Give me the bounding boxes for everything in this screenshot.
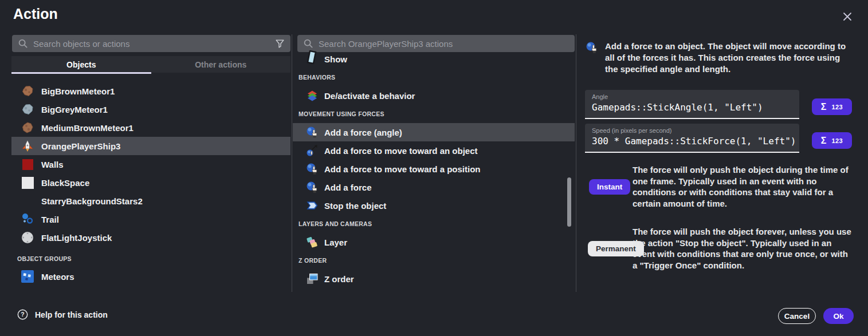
section-header-movement: MOVEMENT USING FORCES [293,105,575,123]
angle-expression-button[interactable]: Σ 123 [812,98,852,115]
force-toward-object-icon [305,144,319,157]
actions-scrollbar-thumb[interactable] [567,177,571,227]
ok-button[interactable]: Ok [823,308,854,324]
object-row-selected[interactable]: OrangePlayerShip3 [11,137,290,155]
panel-divider [576,34,576,292]
object-row[interactable]: Walls [11,155,290,173]
close-icon [842,11,853,22]
object-label: OrangePlayerShip3 [41,141,120,151]
action-row[interactable]: Z order [293,270,575,288]
actions-search-input[interactable] [319,39,569,49]
instant-button[interactable]: Instant [589,179,630,195]
speed-expression-button[interactable]: Σ 123 [812,132,852,149]
trail-dots-icon [21,212,34,226]
angle-field-value: Gamepads::StickAngle(1, "Left") [592,102,792,113]
object-label: BigGreyMeteor1 [41,105,108,114]
tab-other-actions-label: Other actions [195,60,246,69]
blank-icon [21,194,34,208]
grey-meteor-icon [21,102,34,116]
action-row[interactable]: De/activate a behavior [293,86,575,105]
object-row[interactable]: BigBrownMeteor1 [11,82,290,100]
section-header-layers: LAYERS AND CAMERAS [293,215,575,233]
joystick-icon [21,231,34,244]
force-icon [305,125,319,139]
white-square-icon [21,176,34,189]
action-label: Z order [324,274,354,284]
force-icon [586,41,598,54]
layer-icon [305,235,319,249]
action-label: Show [324,54,347,64]
speed-field-label: Speed (in pixels per second) [592,127,792,134]
speed-field[interactable]: Speed (in pixels per second) 300 * Gamep… [585,124,799,153]
close-button[interactable] [839,8,856,25]
svg-text:?: ? [21,311,24,318]
object-row[interactable]: BigGreyMeteor1 [11,100,290,118]
object-label: Trail [41,215,59,224]
object-label: BlackSpace [41,178,89,188]
behavior-icon [305,89,319,102]
page-title: Action [13,6,58,22]
action-row[interactable]: Show [293,50,575,68]
help-button[interactable]: ? Help for this action [17,309,108,320]
numbers-icon: 123 [831,104,843,110]
sigma-icon: Σ [821,102,827,112]
action-row[interactable]: Add a force to move toward a position [293,160,575,178]
action-row[interactable]: Stop the object [293,196,575,215]
z-order-icon [305,272,319,286]
object-row[interactable]: BlackSpace [11,173,290,192]
speed-field-value: 300 * Gamepads::StickForce(1, "Left") [592,136,792,147]
force-icon [305,180,319,194]
section-header-zorder: Z ORDER [293,251,575,270]
help-label: Help for this action [35,310,108,319]
action-row[interactable]: Add a force to move toward an object [293,141,575,160]
force-icon [305,162,319,176]
angle-field-label: Angle [592,93,792,100]
tab-other-actions[interactable]: Other actions [151,56,291,73]
object-row[interactable]: MediumBrownMeteor1 [11,118,290,137]
action-row[interactable]: Add a force [293,178,575,196]
red-square-icon [21,157,34,171]
panel-divider [292,34,292,292]
cancel-button[interactable]: Cancel [778,308,816,324]
objects-list: BigBrownMeteor1 BigGreyMeteor1 MediumBro… [11,82,290,286]
actions-list: Show BEHAVIORS De/activate a behavior MO… [293,50,575,288]
object-label: StarryBackgroundStars2 [41,196,143,206]
brown-meteor-icon [21,121,34,135]
tab-objects[interactable]: Objects [11,56,151,73]
action-label: Add a force [324,183,372,192]
objects-search-input[interactable] [33,39,270,49]
search-icon [303,38,313,49]
action-description: Add a force to an object. The object wil… [605,41,850,74]
action-label: Add a force to move toward an object [324,146,478,156]
action-row-selected[interactable]: Add a force (angle) [293,123,575,141]
filter-icon [275,39,285,49]
action-label: Add a force to move toward a position [324,164,481,174]
action-label: Layer [324,238,347,247]
filter-button[interactable] [275,39,285,49]
section-header-behaviors: BEHAVIORS [293,68,575,86]
action-label: Stop the object [324,201,386,211]
stop-object-icon [305,199,319,212]
help-icon: ? [17,309,28,320]
action-row[interactable]: Layer [293,233,575,251]
angle-field[interactable]: Angle Gamepads::StickAngle(1, "Left") [585,90,799,119]
object-label: BigBrownMeteor1 [41,86,115,96]
sigma-icon: Σ [821,136,827,146]
rocket-ship-icon [21,139,34,153]
meteors-group-icon [21,270,34,283]
object-label: MediumBrownMeteor1 [41,123,133,133]
show-icon [305,50,319,64]
object-label: Walls [41,160,64,169]
action-label: De/activate a behavior [324,91,415,101]
object-row[interactable]: StarryBackgroundStars2 [11,192,290,210]
object-row[interactable]: FlatLightJoystick [11,228,290,247]
action-label: Add a force (angle) [324,128,402,137]
object-groups-header: OBJECT GROUPS [11,250,290,267]
permanent-description: The force will push the object forever, … [633,226,851,271]
instant-description: The force will only push the object duri… [633,164,851,209]
object-row[interactable]: Trail [11,210,290,228]
group-row[interactable]: Meteors [11,267,290,286]
left-tab-bar: Objects Other actions [11,56,290,73]
search-icon [18,38,28,49]
tab-objects-label: Objects [66,60,96,69]
